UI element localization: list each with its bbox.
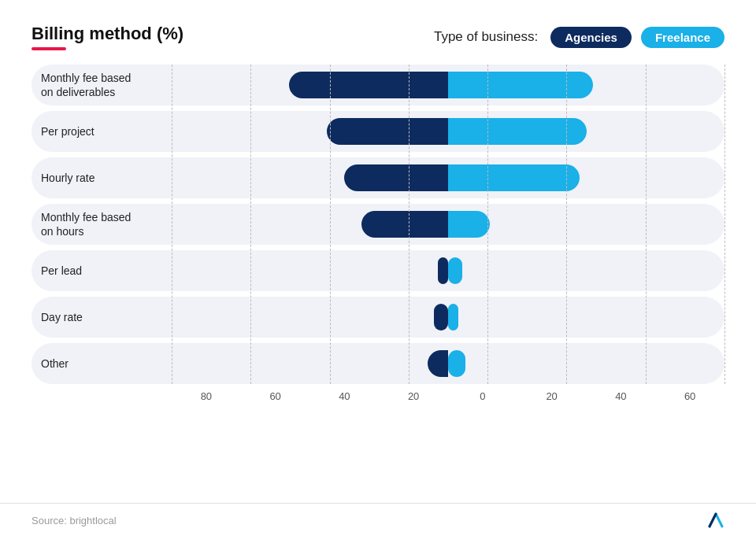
- table-row: Hourly rate: [32, 157, 724, 198]
- title-underline: [32, 47, 66, 50]
- legend-block: Type of business: Agencies Freelance: [434, 27, 724, 48]
- rows-container: Monthly fee based on deliverablesPer pro…: [32, 65, 724, 384]
- source-text: Source: brightlocal: [32, 515, 117, 526]
- table-row: Monthly fee based on hours: [32, 204, 724, 245]
- freelance-bar: [448, 350, 465, 377]
- table-row: Day rate: [32, 297, 724, 338]
- bar-area: [172, 204, 724, 245]
- agencies-bar: [438, 257, 448, 284]
- x-axis-label: 80: [172, 390, 241, 402]
- table-row: Monthly fee based on deliverables: [32, 65, 724, 105]
- agencies-bar: [289, 72, 448, 98]
- row-label: Monthly fee based on hours: [32, 210, 172, 238]
- chart-area: Monthly fee based on deliverablesPer pro…: [32, 65, 724, 402]
- row-label: Other: [32, 356, 172, 371]
- agencies-bar: [344, 164, 448, 191]
- bar-area: [172, 157, 724, 198]
- x-axis-label: 0: [448, 390, 517, 402]
- row-label: Per project: [32, 124, 172, 139]
- agencies-bar: [361, 211, 448, 238]
- freelance-bar: [448, 164, 580, 191]
- x-axis-label: 40: [587, 390, 656, 402]
- x-axis-label: 40: [310, 390, 380, 402]
- row-label: Hourly rate: [32, 171, 172, 185]
- freelance-bar: [448, 257, 462, 284]
- x-axis-label: 60: [655, 390, 724, 402]
- bar-area: [172, 297, 724, 338]
- x-axis: 806040200204060: [172, 390, 724, 402]
- table-row: Per lead: [32, 250, 724, 291]
- grid-line: [724, 65, 725, 384]
- brightlocal-icon: [707, 512, 724, 529]
- agencies-pill[interactable]: Agencies: [550, 27, 632, 48]
- freelance-bar: [448, 118, 587, 145]
- table-row: Per project: [32, 111, 724, 152]
- bar-area: [172, 65, 724, 105]
- agencies-bar: [428, 350, 448, 377]
- row-label: Monthly fee based on deliverables: [32, 71, 172, 99]
- footer: Source: brightlocal: [0, 503, 756, 529]
- agencies-bar: [434, 304, 448, 331]
- x-axis-label: 20: [517, 390, 587, 402]
- bar-area: [172, 343, 724, 384]
- x-axis-label: 60: [241, 390, 310, 402]
- row-label: Day rate: [32, 310, 172, 324]
- bar-area: [172, 250, 724, 291]
- freelance-bar: [448, 304, 458, 331]
- main-container: Billing method (%) Type of business: Age…: [0, 0, 756, 543]
- row-label: Per lead: [32, 264, 172, 278]
- freelance-bar: [448, 211, 490, 238]
- freelance-pill[interactable]: Freelance: [641, 27, 724, 48]
- chart-header: Billing method (%) Type of business: Age…: [32, 24, 724, 50]
- freelance-bar: [448, 72, 593, 98]
- x-axis-label: 20: [379, 390, 448, 402]
- table-row: Other: [32, 343, 724, 384]
- svg-line-0: [710, 514, 716, 526]
- legend-label: Type of business:: [434, 29, 538, 45]
- agencies-bar: [327, 118, 448, 145]
- title-block: Billing method (%): [32, 24, 183, 50]
- chart-title: Billing method (%): [32, 24, 183, 44]
- bar-area: [172, 111, 724, 152]
